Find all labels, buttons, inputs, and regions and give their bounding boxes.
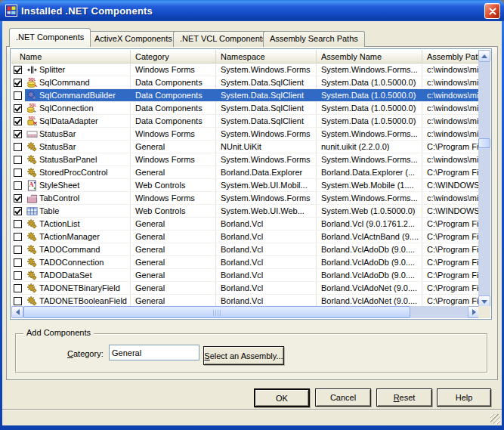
gear-icon — [26, 243, 38, 255]
close-icon[interactable] — [484, 3, 500, 19]
table-row[interactable]: StatusBarWindows FormsSystem.Windows.For… — [11, 128, 480, 141]
assembly-name-cell: System.Data (1.0.5000.0) — [317, 89, 422, 101]
vertical-scrollbar-thumb[interactable] — [478, 138, 490, 148]
name-cell: AStyleSheet — [25, 179, 131, 191]
component-name: SqlDataAdapter — [39, 115, 98, 127]
row-checkbox[interactable] — [11, 89, 25, 101]
tab-net-components[interactable]: .NET Components — [9, 28, 91, 47]
row-checkbox[interactable] — [11, 76, 25, 88]
assembly-path-cell: C:\WINDOWS\M — [422, 179, 480, 191]
component-name: SqlConnection — [39, 102, 94, 114]
column-header-namespace[interactable]: Namespace — [216, 50, 317, 63]
category-cell: Windows Forms — [131, 128, 216, 140]
tab-control-icon — [26, 192, 38, 204]
row-checkbox[interactable] — [11, 115, 25, 127]
component-name: StatusBarPanel — [39, 153, 97, 166]
category-cell: General — [131, 295, 216, 307]
scroll-up-icon[interactable] — [478, 50, 490, 62]
row-checkbox[interactable] — [11, 102, 25, 114]
table-row[interactable]: TADOCommandGeneralBorland.VclBorland.Vcl… — [11, 243, 480, 256]
assembly-name-cell: System.Windows.Forms... — [317, 153, 422, 166]
table-row[interactable]: TADONETBinaryFieldGeneralBorland.VclBorl… — [11, 282, 480, 295]
assembly-name-cell: System.Windows.Forms... — [317, 192, 422, 204]
gear-icon — [26, 269, 38, 281]
table-row[interactable]: TActionManagerGeneralBorland.VclBorland.… — [11, 230, 480, 243]
row-checkbox[interactable] — [11, 166, 25, 178]
category-cell: General — [131, 282, 216, 294]
row-checkbox[interactable] — [11, 282, 25, 294]
category-cell: General — [131, 166, 216, 178]
listview-header: Name Category Namespace Assembly Name As… — [11, 50, 480, 63]
column-header-name[interactable]: Name — [11, 50, 131, 63]
table-row[interactable]: SQLSqlConnectionData ComponentsSystem.Da… — [11, 102, 480, 115]
namespace-cell: Borland.Vcl — [216, 256, 317, 268]
sql-command-icon: SQL — [26, 76, 38, 88]
assembly-path-cell: c:\windows\mic — [422, 102, 480, 114]
assembly-path-cell: C:\Program File — [422, 141, 480, 153]
reset-button[interactable]: Reset — [376, 388, 432, 407]
window-title: Installed .NET Components — [21, 5, 153, 17]
table-row[interactable]: SqlCommandBuilderData ComponentsSystem.D… — [11, 89, 480, 102]
tab-activex-components[interactable]: ActiveX Components — [88, 31, 179, 47]
row-checkbox[interactable] — [11, 192, 25, 204]
horizontal-scrollbar-thumb[interactable] — [23, 306, 410, 318]
table-row[interactable]: TADOConnectionGeneralBorland.VclBorland.… — [11, 256, 480, 269]
table-row[interactable]: StatusBarGeneralNUnit.UiKitnunit.uikit (… — [11, 141, 480, 153]
table-row[interactable]: SQLSqlDataAdapterData ComponentsSystem.D… — [11, 115, 480, 128]
name-cell: SQLSqlDataAdapter — [25, 115, 131, 127]
row-checkbox[interactable] — [11, 128, 25, 140]
select-assembly-button[interactable]: Select an Assembly... — [203, 346, 284, 365]
namespace-cell: Borland.Vcl — [216, 282, 317, 294]
assembly-path-cell: C:\Program File — [422, 256, 480, 268]
row-checkbox[interactable] — [11, 243, 25, 255]
table-row[interactable]: TADODataSetGeneralBorland.VclBorland.Vcl… — [11, 269, 480, 282]
table-row[interactable]: TabControlWindows FormsSystem.Windows.Fo… — [11, 192, 480, 205]
assembly-name-cell: Borland.VclAdoNet (9.0.... — [317, 282, 422, 294]
component-name: TADONETBinaryField — [39, 282, 120, 294]
row-checkbox[interactable] — [11, 230, 25, 243]
namespace-cell: Borland.Data.Explorer — [216, 166, 317, 178]
component-name: TabControl — [39, 192, 79, 204]
horizontal-scrollbar[interactable] — [11, 306, 480, 318]
table-row[interactable]: StoredProcControlGeneralBorland.Data.Exp… — [11, 166, 480, 179]
component-listview[interactable]: Name Category Namespace Assembly Name As… — [10, 48, 492, 320]
cancel-button[interactable]: Cancel — [315, 388, 371, 407]
column-header-assembly-path[interactable]: Assembly Path — [422, 50, 480, 63]
row-checkbox[interactable] — [11, 153, 25, 166]
statusbar-icon — [26, 128, 38, 140]
title-bar[interactable]: Installed .NET Components — [0, 0, 504, 21]
scroll-left-icon[interactable] — [11, 306, 23, 318]
assembly-name-cell: Borland.VclAdoDb (9.0.... — [317, 243, 422, 255]
tab-net-vcl-components[interactable]: .NET VCL Components — [173, 31, 273, 47]
table-row[interactable]: SQLSqlCommandData ComponentsSystem.Data.… — [11, 76, 480, 89]
row-checkbox[interactable] — [11, 63, 25, 76]
row-checkbox[interactable] — [11, 141, 25, 153]
column-header-category[interactable]: Category — [131, 50, 216, 63]
row-checkbox[interactable] — [11, 205, 25, 217]
table-row[interactable]: TActionListGeneralBorland.VclBorland.Vcl… — [11, 218, 480, 230]
table-row[interactable]: StatusBarPanelWindows FormsSystem.Window… — [11, 153, 480, 166]
table-row[interactable]: TableWeb ControlsSystem.Web.UI.Web...Sys… — [11, 205, 480, 218]
name-cell: TADONETBinaryField — [25, 282, 131, 294]
row-checkbox[interactable] — [11, 218, 25, 230]
gear-icon — [26, 295, 38, 307]
vertical-scrollbar[interactable] — [478, 50, 490, 308]
category-label: Category: — [67, 349, 104, 358]
name-cell: StatusBar — [25, 141, 131, 153]
row-checkbox[interactable] — [11, 295, 25, 307]
assembly-path-cell: C:\Program File — [422, 230, 480, 243]
table-row[interactable]: SplitterWindows FormsSystem.Windows.Form… — [11, 63, 480, 76]
row-checkbox[interactable] — [11, 269, 25, 281]
name-cell: TADODataSet — [25, 269, 131, 281]
table-row[interactable]: AStyleSheetWeb ControlsSystem.Web.UI.Mob… — [11, 179, 480, 192]
row-checkbox[interactable] — [11, 256, 25, 268]
tab-assembly-search-paths[interactable]: Assembly Search Paths — [263, 31, 365, 47]
ok-button[interactable]: OK — [254, 388, 310, 407]
row-checkbox[interactable] — [11, 179, 25, 191]
help-button[interactable]: Help — [437, 388, 491, 407]
namespace-cell: System.Data.SqlClient — [216, 89, 317, 101]
category-input[interactable] — [109, 345, 199, 360]
column-header-assembly-name[interactable]: Assembly Name — [317, 50, 422, 63]
resize-grip-icon[interactable] — [490, 414, 500, 424]
name-cell: TabControl — [25, 192, 131, 204]
